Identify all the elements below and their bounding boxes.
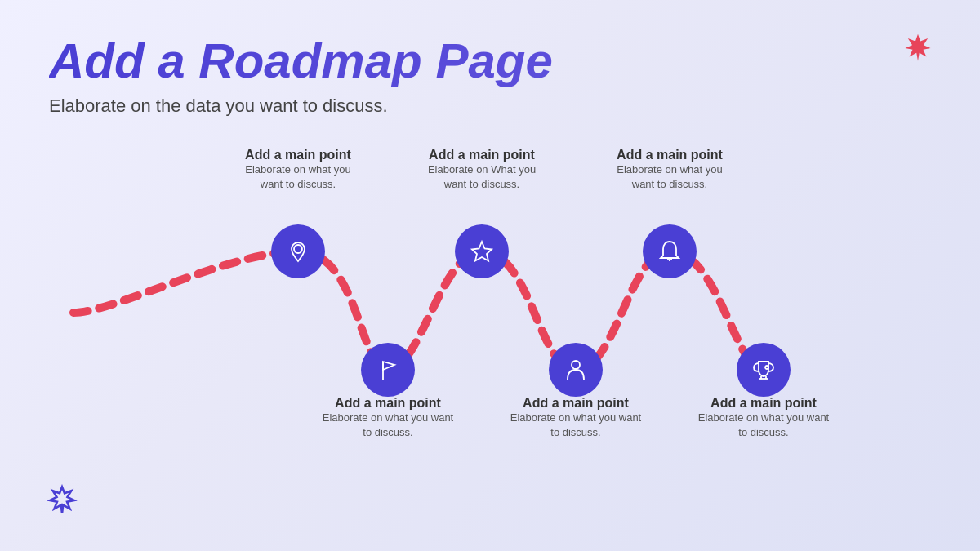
node-pin xyxy=(271,224,325,278)
bottom-left-decoration xyxy=(41,484,83,527)
svg-marker-1 xyxy=(472,242,492,261)
top-right-decoration xyxy=(897,33,939,75)
label-node4: Add a main point Elaborate on what you w… xyxy=(318,396,457,440)
page-subtitle: Elaborate on the data you want to discus… xyxy=(49,96,931,117)
page: Add a Roadmap Page Elaborate on the data… xyxy=(0,0,980,551)
node-flag xyxy=(361,343,415,397)
svg-point-5 xyxy=(572,361,580,369)
svg-point-9 xyxy=(765,366,768,369)
node-trophy xyxy=(737,343,791,397)
node-person xyxy=(549,343,603,397)
label-node2: Add a main point Elaborate on What you w… xyxy=(416,148,547,192)
roadmap-area: Add a main point Elaborate on what you w… xyxy=(49,133,931,460)
node-bell xyxy=(643,224,697,278)
label-node3: Add a main point Elaborate on what you w… xyxy=(604,148,735,192)
label-node6: Add a main point Elaborate on what you w… xyxy=(694,396,833,440)
page-title: Add a Roadmap Page xyxy=(49,33,931,89)
label-node1: Add a main point Elaborate on what you w… xyxy=(233,148,363,192)
svg-point-0 xyxy=(294,245,302,253)
node-star xyxy=(455,224,509,278)
label-node5: Add a main point Elaborate on what you w… xyxy=(506,396,645,440)
